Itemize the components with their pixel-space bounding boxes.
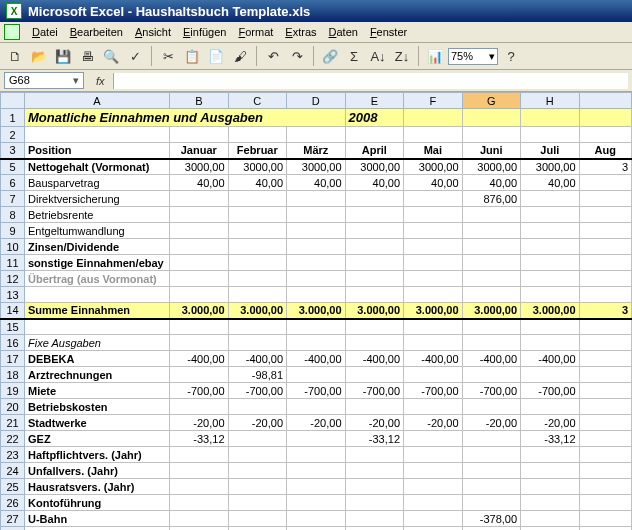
row-label[interactable]: sonstige Einnahmen/ebay <box>25 255 170 271</box>
cell[interactable] <box>170 447 229 463</box>
month-header[interactable]: Januar <box>170 143 229 159</box>
cell[interactable] <box>170 399 229 415</box>
cell[interactable]: -400,00 <box>404 351 463 367</box>
cell[interactable] <box>579 479 631 495</box>
cell[interactable]: -33,12 <box>521 431 580 447</box>
cut-icon[interactable]: ✂ <box>157 45 179 67</box>
cell[interactable] <box>345 495 404 511</box>
row-header[interactable]: 8 <box>1 207 25 223</box>
cell[interactable] <box>404 479 463 495</box>
cell[interactable] <box>462 223 521 239</box>
cell[interactable] <box>170 463 229 479</box>
undo-icon[interactable]: ↶ <box>262 45 284 67</box>
row-label[interactable]: Fitness <box>25 527 170 531</box>
sheet-year[interactable]: 2008 <box>345 109 404 127</box>
cell[interactable]: -98,81 <box>228 367 287 383</box>
menu-datei[interactable]: Datei <box>26 24 64 40</box>
select-all-corner[interactable] <box>1 93 25 109</box>
cell[interactable] <box>404 463 463 479</box>
cell[interactable] <box>228 399 287 415</box>
cell[interactable]: -400,00 <box>462 351 521 367</box>
cell[interactable]: 3000,00 <box>404 159 463 175</box>
cell[interactable] <box>228 319 287 335</box>
cell[interactable] <box>345 335 404 351</box>
month-header[interactable]: Juni <box>462 143 521 159</box>
spelling-icon[interactable]: ✓ <box>124 45 146 67</box>
cell[interactable] <box>287 511 346 527</box>
chart-icon[interactable]: 📊 <box>424 45 446 67</box>
cell[interactable] <box>462 367 521 383</box>
cell[interactable]: -36,80 <box>170 527 229 531</box>
cell[interactable] <box>462 399 521 415</box>
column-header-G[interactable]: G <box>462 93 521 109</box>
cell[interactable] <box>521 463 580 479</box>
column-header-D[interactable]: D <box>287 93 346 109</box>
cell[interactable] <box>345 367 404 383</box>
cell[interactable]: 3 <box>579 303 631 319</box>
row-header[interactable]: 13 <box>1 287 25 303</box>
cell[interactable] <box>521 511 580 527</box>
cell[interactable] <box>521 223 580 239</box>
cell[interactable] <box>287 495 346 511</box>
cell[interactable] <box>404 335 463 351</box>
cell[interactable]: -20,00 <box>404 415 463 431</box>
cell[interactable] <box>462 319 521 335</box>
cell[interactable]: -20,00 <box>462 415 521 431</box>
row-header[interactable]: 20 <box>1 399 25 415</box>
row-label[interactable]: U-Bahn <box>25 511 170 527</box>
row-header[interactable]: 21 <box>1 415 25 431</box>
cell[interactable] <box>521 255 580 271</box>
cell[interactable] <box>462 287 521 303</box>
redo-icon[interactable]: ↷ <box>286 45 308 67</box>
sort-asc-icon[interactable]: A↓ <box>367 45 389 67</box>
month-header[interactable]: Februar <box>228 143 287 159</box>
hyperlink-icon[interactable]: 🔗 <box>319 45 341 67</box>
menu-extras[interactable]: Extras <box>279 24 322 40</box>
cell[interactable] <box>579 399 631 415</box>
cell[interactable] <box>462 239 521 255</box>
cell[interactable] <box>170 511 229 527</box>
month-header[interactable]: Aug <box>579 143 631 159</box>
column-header-A[interactable]: A <box>25 93 170 109</box>
cell[interactable] <box>228 191 287 207</box>
cell[interactable] <box>579 287 631 303</box>
cell[interactable] <box>521 271 580 287</box>
cell[interactable]: -378,00 <box>462 511 521 527</box>
row-header[interactable]: 28 <box>1 527 25 531</box>
cell[interactable]: 40,00 <box>345 175 404 191</box>
cell[interactable] <box>462 255 521 271</box>
cell[interactable] <box>345 463 404 479</box>
paste-icon[interactable]: 📄 <box>205 45 227 67</box>
cell[interactable] <box>287 447 346 463</box>
menu-bearbeiten[interactable]: Bearbeiten <box>64 24 129 40</box>
cell[interactable] <box>521 527 580 531</box>
cell[interactable] <box>170 287 229 303</box>
row-label[interactable]: Nettogehalt (Vormonat) <box>25 159 170 175</box>
cell[interactable]: -26,80 <box>287 527 346 531</box>
cell[interactable]: -700,00 <box>404 383 463 399</box>
cell[interactable]: -400,00 <box>345 351 404 367</box>
cell[interactable]: 3.000,00 <box>521 303 580 319</box>
cell[interactable] <box>170 239 229 255</box>
cell[interactable] <box>228 447 287 463</box>
cell[interactable] <box>579 431 631 447</box>
row-label[interactable]: Summe Einnahmen <box>25 303 170 319</box>
row-header[interactable]: 18 <box>1 367 25 383</box>
cell[interactable] <box>404 319 463 335</box>
cell[interactable] <box>287 191 346 207</box>
row-header[interactable]: 19 <box>1 383 25 399</box>
row-header[interactable]: 27 <box>1 511 25 527</box>
cell[interactable] <box>579 351 631 367</box>
cell[interactable] <box>462 463 521 479</box>
row-header[interactable]: 14 <box>1 303 25 319</box>
cell[interactable] <box>521 335 580 351</box>
cell[interactable] <box>521 479 580 495</box>
formula-input[interactable] <box>113 73 628 89</box>
row-header[interactable]: 17 <box>1 351 25 367</box>
cell[interactable]: -400,00 <box>228 351 287 367</box>
row-label[interactable]: Betriebskosten <box>25 399 170 415</box>
cell[interactable]: 3000,00 <box>287 159 346 175</box>
format-painter-icon[interactable]: 🖌 <box>229 45 251 67</box>
cell[interactable] <box>404 511 463 527</box>
cell[interactable] <box>228 495 287 511</box>
